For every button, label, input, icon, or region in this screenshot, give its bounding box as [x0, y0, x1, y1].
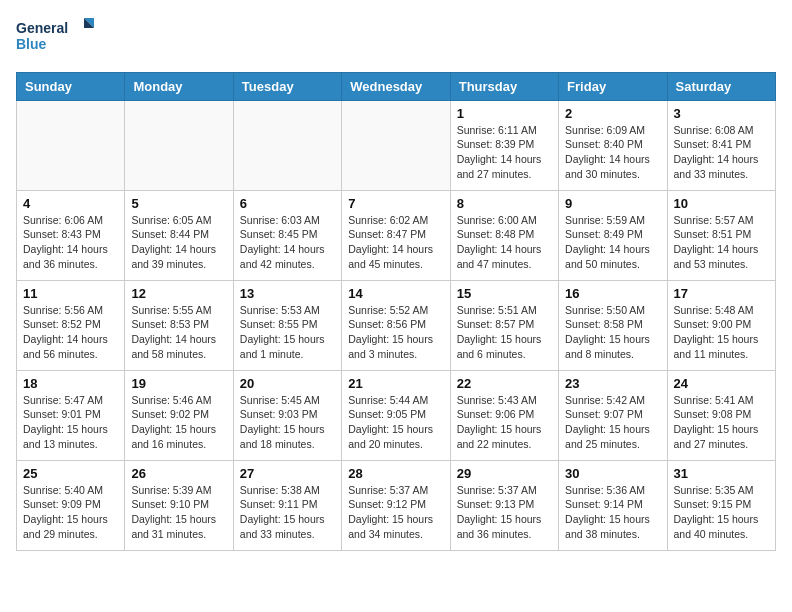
day-number: 24 — [674, 376, 769, 391]
day-info: Sunrise: 5:41 AM Sunset: 9:08 PM Dayligh… — [674, 393, 769, 452]
calendar-cell: 16Sunrise: 5:50 AM Sunset: 8:58 PM Dayli… — [559, 280, 667, 370]
calendar-cell: 11Sunrise: 5:56 AM Sunset: 8:52 PM Dayli… — [17, 280, 125, 370]
day-number: 22 — [457, 376, 552, 391]
day-number: 3 — [674, 106, 769, 121]
day-info: Sunrise: 6:03 AM Sunset: 8:45 PM Dayligh… — [240, 213, 335, 272]
day-info: Sunrise: 6:09 AM Sunset: 8:40 PM Dayligh… — [565, 123, 660, 182]
day-info: Sunrise: 5:36 AM Sunset: 9:14 PM Dayligh… — [565, 483, 660, 542]
calendar-cell: 28Sunrise: 5:37 AM Sunset: 9:12 PM Dayli… — [342, 460, 450, 550]
week-row-2: 4Sunrise: 6:06 AM Sunset: 8:43 PM Daylig… — [17, 190, 776, 280]
calendar-cell: 12Sunrise: 5:55 AM Sunset: 8:53 PM Dayli… — [125, 280, 233, 370]
day-info: Sunrise: 6:02 AM Sunset: 8:47 PM Dayligh… — [348, 213, 443, 272]
day-number: 15 — [457, 286, 552, 301]
calendar-cell: 1Sunrise: 6:11 AM Sunset: 8:39 PM Daylig… — [450, 100, 558, 190]
calendar-cell: 17Sunrise: 5:48 AM Sunset: 9:00 PM Dayli… — [667, 280, 775, 370]
week-row-5: 25Sunrise: 5:40 AM Sunset: 9:09 PM Dayli… — [17, 460, 776, 550]
weekday-header-monday: Monday — [125, 72, 233, 100]
day-number: 18 — [23, 376, 118, 391]
week-row-4: 18Sunrise: 5:47 AM Sunset: 9:01 PM Dayli… — [17, 370, 776, 460]
calendar-cell: 24Sunrise: 5:41 AM Sunset: 9:08 PM Dayli… — [667, 370, 775, 460]
day-number: 23 — [565, 376, 660, 391]
weekday-header-thursday: Thursday — [450, 72, 558, 100]
day-number: 4 — [23, 196, 118, 211]
calendar-cell: 21Sunrise: 5:44 AM Sunset: 9:05 PM Dayli… — [342, 370, 450, 460]
day-info: Sunrise: 5:46 AM Sunset: 9:02 PM Dayligh… — [131, 393, 226, 452]
svg-text:Blue: Blue — [16, 36, 47, 52]
calendar-cell — [125, 100, 233, 190]
day-number: 13 — [240, 286, 335, 301]
calendar-cell — [342, 100, 450, 190]
day-info: Sunrise: 5:57 AM Sunset: 8:51 PM Dayligh… — [674, 213, 769, 272]
day-info: Sunrise: 5:44 AM Sunset: 9:05 PM Dayligh… — [348, 393, 443, 452]
calendar-cell: 2Sunrise: 6:09 AM Sunset: 8:40 PM Daylig… — [559, 100, 667, 190]
day-info: Sunrise: 5:55 AM Sunset: 8:53 PM Dayligh… — [131, 303, 226, 362]
day-number: 8 — [457, 196, 552, 211]
day-number: 21 — [348, 376, 443, 391]
day-info: Sunrise: 5:38 AM Sunset: 9:11 PM Dayligh… — [240, 483, 335, 542]
day-info: Sunrise: 6:05 AM Sunset: 8:44 PM Dayligh… — [131, 213, 226, 272]
day-info: Sunrise: 5:53 AM Sunset: 8:55 PM Dayligh… — [240, 303, 335, 362]
day-number: 29 — [457, 466, 552, 481]
day-info: Sunrise: 5:47 AM Sunset: 9:01 PM Dayligh… — [23, 393, 118, 452]
page-header: General Blue — [16, 16, 776, 60]
day-info: Sunrise: 5:51 AM Sunset: 8:57 PM Dayligh… — [457, 303, 552, 362]
calendar-cell: 7Sunrise: 6:02 AM Sunset: 8:47 PM Daylig… — [342, 190, 450, 280]
day-info: Sunrise: 5:42 AM Sunset: 9:07 PM Dayligh… — [565, 393, 660, 452]
weekday-header-row: SundayMondayTuesdayWednesdayThursdayFrid… — [17, 72, 776, 100]
day-number: 25 — [23, 466, 118, 481]
logo-svg: General Blue — [16, 16, 96, 56]
logo-wordmark: General Blue — [16, 16, 96, 60]
calendar-cell: 19Sunrise: 5:46 AM Sunset: 9:02 PM Dayli… — [125, 370, 233, 460]
day-number: 19 — [131, 376, 226, 391]
day-info: Sunrise: 5:50 AM Sunset: 8:58 PM Dayligh… — [565, 303, 660, 362]
weekday-header-saturday: Saturday — [667, 72, 775, 100]
weekday-header-sunday: Sunday — [17, 72, 125, 100]
svg-text:General: General — [16, 20, 68, 36]
calendar-cell: 3Sunrise: 6:08 AM Sunset: 8:41 PM Daylig… — [667, 100, 775, 190]
day-info: Sunrise: 5:56 AM Sunset: 8:52 PM Dayligh… — [23, 303, 118, 362]
calendar-cell: 30Sunrise: 5:36 AM Sunset: 9:14 PM Dayli… — [559, 460, 667, 550]
day-info: Sunrise: 5:37 AM Sunset: 9:13 PM Dayligh… — [457, 483, 552, 542]
calendar-cell: 5Sunrise: 6:05 AM Sunset: 8:44 PM Daylig… — [125, 190, 233, 280]
calendar-cell: 4Sunrise: 6:06 AM Sunset: 8:43 PM Daylig… — [17, 190, 125, 280]
calendar-cell: 6Sunrise: 6:03 AM Sunset: 8:45 PM Daylig… — [233, 190, 341, 280]
day-number: 11 — [23, 286, 118, 301]
day-info: Sunrise: 5:48 AM Sunset: 9:00 PM Dayligh… — [674, 303, 769, 362]
day-number: 27 — [240, 466, 335, 481]
calendar-cell: 9Sunrise: 5:59 AM Sunset: 8:49 PM Daylig… — [559, 190, 667, 280]
day-number: 30 — [565, 466, 660, 481]
day-info: Sunrise: 5:37 AM Sunset: 9:12 PM Dayligh… — [348, 483, 443, 542]
day-number: 26 — [131, 466, 226, 481]
calendar-cell — [17, 100, 125, 190]
calendar-cell: 13Sunrise: 5:53 AM Sunset: 8:55 PM Dayli… — [233, 280, 341, 370]
week-row-1: 1Sunrise: 6:11 AM Sunset: 8:39 PM Daylig… — [17, 100, 776, 190]
calendar-cell: 26Sunrise: 5:39 AM Sunset: 9:10 PM Dayli… — [125, 460, 233, 550]
day-number: 12 — [131, 286, 226, 301]
day-info: Sunrise: 5:43 AM Sunset: 9:06 PM Dayligh… — [457, 393, 552, 452]
day-info: Sunrise: 6:06 AM Sunset: 8:43 PM Dayligh… — [23, 213, 118, 272]
day-number: 1 — [457, 106, 552, 121]
day-number: 14 — [348, 286, 443, 301]
calendar-cell: 27Sunrise: 5:38 AM Sunset: 9:11 PM Dayli… — [233, 460, 341, 550]
day-number: 9 — [565, 196, 660, 211]
day-number: 7 — [348, 196, 443, 211]
day-info: Sunrise: 6:08 AM Sunset: 8:41 PM Dayligh… — [674, 123, 769, 182]
weekday-header-wednesday: Wednesday — [342, 72, 450, 100]
day-number: 28 — [348, 466, 443, 481]
calendar-cell: 10Sunrise: 5:57 AM Sunset: 8:51 PM Dayli… — [667, 190, 775, 280]
calendar-cell — [233, 100, 341, 190]
day-info: Sunrise: 5:40 AM Sunset: 9:09 PM Dayligh… — [23, 483, 118, 542]
calendar-cell: 15Sunrise: 5:51 AM Sunset: 8:57 PM Dayli… — [450, 280, 558, 370]
calendar-cell: 18Sunrise: 5:47 AM Sunset: 9:01 PM Dayli… — [17, 370, 125, 460]
calendar-cell: 23Sunrise: 5:42 AM Sunset: 9:07 PM Dayli… — [559, 370, 667, 460]
day-number: 6 — [240, 196, 335, 211]
logo: General Blue — [16, 16, 96, 60]
calendar-cell: 20Sunrise: 5:45 AM Sunset: 9:03 PM Dayli… — [233, 370, 341, 460]
weekday-header-friday: Friday — [559, 72, 667, 100]
day-info: Sunrise: 6:11 AM Sunset: 8:39 PM Dayligh… — [457, 123, 552, 182]
calendar-cell: 25Sunrise: 5:40 AM Sunset: 9:09 PM Dayli… — [17, 460, 125, 550]
calendar-cell: 14Sunrise: 5:52 AM Sunset: 8:56 PM Dayli… — [342, 280, 450, 370]
calendar-cell: 22Sunrise: 5:43 AM Sunset: 9:06 PM Dayli… — [450, 370, 558, 460]
weekday-header-tuesday: Tuesday — [233, 72, 341, 100]
calendar-cell: 8Sunrise: 6:00 AM Sunset: 8:48 PM Daylig… — [450, 190, 558, 280]
